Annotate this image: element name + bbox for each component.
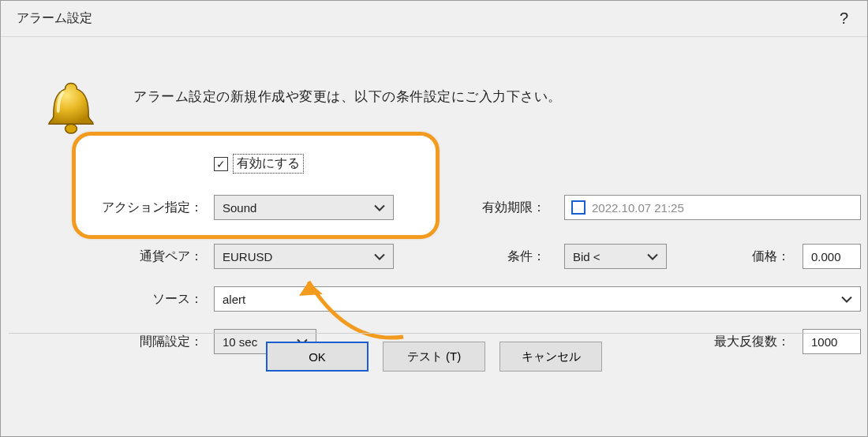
source-select[interactable]: alert xyxy=(214,286,861,312)
enable-checkbox-label: 有効にする xyxy=(233,154,304,174)
titlebar: アラーム設定 ? xyxy=(1,1,867,37)
pair-select[interactable]: EURUSD xyxy=(214,244,394,269)
condition-label: 条件： xyxy=(474,248,545,265)
highlight-callout xyxy=(72,132,440,239)
ok-button[interactable]: OK xyxy=(266,342,369,372)
condition-select[interactable]: Bid < xyxy=(564,244,667,269)
price-field[interactable]: 0.000 xyxy=(803,244,861,269)
chevron-down-icon xyxy=(374,250,385,263)
intro-text: アラーム設定の新規作成や変更は、以下の条件設定にご入力下さい。 xyxy=(133,88,562,106)
chevron-down-icon xyxy=(374,201,385,215)
cancel-button[interactable]: キャンセル xyxy=(499,342,602,372)
action-value: Sound xyxy=(223,201,256,215)
content-area: アラーム設定の新規作成や変更は、以下の条件設定にご入力下さい。 ✓ 有効にする … xyxy=(1,37,867,384)
action-select[interactable]: Sound xyxy=(214,195,394,220)
svg-point-0 xyxy=(65,124,77,133)
pair-value: EURUSD xyxy=(223,250,272,263)
expiry-value: 2022.10.07 21:25 xyxy=(592,201,684,215)
price-value: 0.000 xyxy=(811,250,841,263)
alarm-settings-dialog: アラーム設定 ? アラーム設定の新規作成や変更は、以下の条件設定にご入力下さい。 xyxy=(0,0,868,437)
help-button[interactable]: ? xyxy=(835,8,853,29)
test-button[interactable]: テスト (T) xyxy=(383,342,485,372)
chevron-down-icon xyxy=(841,293,852,306)
button-row: OK テスト (T) キャンセル xyxy=(1,342,867,373)
enable-checkbox[interactable]: ✓ 有効にする xyxy=(214,154,304,174)
expiry-checkbox-icon xyxy=(571,200,586,215)
source-value: alert xyxy=(223,293,245,306)
bell-icon xyxy=(42,80,100,138)
action-label: アクション指定： xyxy=(80,200,203,216)
window-title: アラーム設定 xyxy=(17,10,92,27)
pair-label: 通貨ペア： xyxy=(95,248,203,265)
price-label: 価格： xyxy=(727,248,790,265)
condition-value: Bid < xyxy=(573,250,600,263)
checkbox-icon: ✓ xyxy=(214,157,228,171)
separator xyxy=(9,333,859,334)
chevron-down-icon xyxy=(647,250,658,263)
expiry-field[interactable]: 2022.10.07 21:25 xyxy=(564,195,861,220)
expiry-label: 有効期限： xyxy=(443,200,545,216)
source-label: ソース： xyxy=(119,291,203,308)
